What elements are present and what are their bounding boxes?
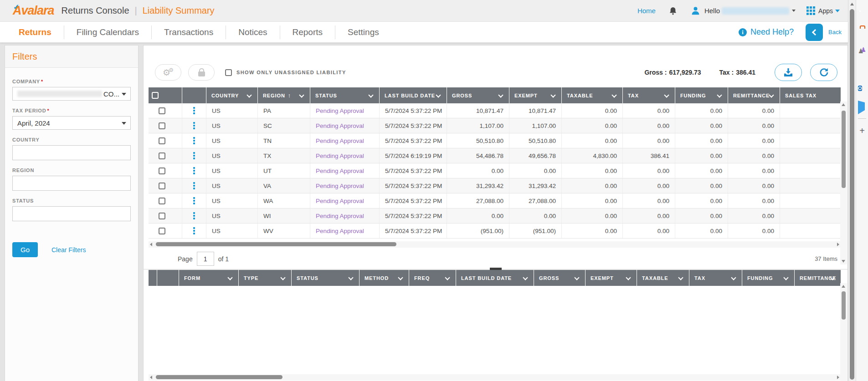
outlook-icon[interactable]: O bbox=[858, 84, 866, 92]
chevron-down-icon[interactable] bbox=[227, 275, 232, 280]
scroll-right-icon[interactable] bbox=[837, 376, 839, 379]
chevron-down-icon[interactable] bbox=[550, 92, 555, 97]
notifications-bell-icon[interactable] bbox=[669, 7, 677, 15]
row-checkbox[interactable] bbox=[159, 168, 165, 174]
need-help-link[interactable]: Need Help? bbox=[750, 27, 794, 37]
chevron-down-icon[interactable] bbox=[611, 92, 616, 97]
browser-scroll-thumb[interactable] bbox=[850, 9, 854, 380]
row-checkbox[interactable] bbox=[159, 228, 165, 234]
tab-reports[interactable]: Reports bbox=[280, 25, 335, 39]
kebab-menu-icon[interactable] bbox=[193, 197, 195, 204]
chevron-down-icon[interactable] bbox=[247, 92, 252, 97]
header-method[interactable]: METHOD bbox=[360, 270, 409, 286]
scroll-down-icon[interactable] bbox=[842, 260, 845, 263]
row-actions-cell[interactable] bbox=[182, 103, 206, 118]
apps-label[interactable]: Apps bbox=[818, 7, 833, 15]
people-icon[interactable]: ♟♟ bbox=[858, 46, 866, 55]
kebab-menu-icon[interactable] bbox=[193, 152, 195, 159]
chevron-down-icon[interactable] bbox=[678, 275, 683, 280]
chevron-down-icon[interactable] bbox=[498, 92, 503, 97]
tab-returns[interactable]: Returns bbox=[6, 25, 64, 39]
header-region[interactable]: REGION↑ bbox=[258, 87, 310, 103]
row-actions-cell[interactable] bbox=[182, 193, 206, 208]
status-input[interactable] bbox=[12, 206, 131, 221]
download-button[interactable] bbox=[775, 64, 802, 81]
header-exempt[interactable]: EXEMPT bbox=[586, 270, 637, 286]
apps-grid-icon[interactable] bbox=[806, 6, 815, 15]
scroll-up-icon[interactable] bbox=[850, 3, 854, 5]
chevron-down-icon[interactable] bbox=[299, 92, 304, 97]
chevron-down-icon[interactable] bbox=[783, 275, 788, 280]
chevron-down-icon[interactable] bbox=[523, 275, 528, 280]
tab-settings[interactable]: Settings bbox=[335, 25, 391, 39]
tab-transactions[interactable]: Transactions bbox=[151, 25, 226, 39]
chevron-down-icon[interactable] bbox=[280, 275, 285, 280]
header-gross[interactable]: GROSS bbox=[534, 270, 586, 286]
chevron-down-icon[interactable] bbox=[731, 275, 736, 280]
tab-filing-calendars[interactable]: Filing Calendars bbox=[64, 25, 151, 39]
row-select-cell[interactable] bbox=[149, 118, 182, 133]
avalara-logo[interactable]: Avalara ✓ bbox=[13, 4, 54, 18]
row-checkbox[interactable] bbox=[159, 107, 165, 114]
status-link[interactable]: Pending Approval bbox=[316, 152, 364, 159]
loop-icon[interactable] bbox=[858, 65, 866, 73]
browser-vscrollbar[interactable] bbox=[848, 0, 856, 381]
scroll-left-icon[interactable] bbox=[150, 243, 152, 246]
header-type[interactable]: TYPE bbox=[239, 270, 292, 286]
header-country[interactable]: COUNTRY bbox=[206, 87, 258, 103]
returns-hscrollbar[interactable] bbox=[149, 374, 841, 381]
header-status[interactable]: STATUS bbox=[310, 87, 380, 103]
kebab-menu-icon[interactable] bbox=[193, 122, 195, 129]
status-link[interactable]: Pending Approval bbox=[316, 107, 364, 114]
row-checkbox[interactable] bbox=[159, 183, 165, 189]
chevron-down-icon[interactable] bbox=[368, 92, 373, 97]
row-actions-cell[interactable] bbox=[182, 224, 206, 238]
vscroll-thumb[interactable] bbox=[842, 291, 846, 320]
header-taxable[interactable]: TAXABLE bbox=[637, 270, 689, 286]
header-remittance[interactable]: REMITTANCE bbox=[728, 87, 780, 103]
row-select-cell[interactable] bbox=[149, 224, 182, 238]
header-freq[interactable]: FREQ bbox=[409, 270, 456, 286]
chevron-down-icon[interactable] bbox=[574, 275, 579, 280]
settings-button[interactable]: ⚙ ⚙ bbox=[155, 64, 181, 81]
home-link[interactable]: Home bbox=[637, 7, 656, 15]
returns-vscrollbar[interactable] bbox=[840, 283, 847, 381]
row-actions-cell[interactable] bbox=[182, 178, 206, 193]
scroll-right-icon[interactable] bbox=[837, 243, 839, 246]
row-checkbox[interactable] bbox=[159, 122, 165, 129]
row-actions-cell[interactable] bbox=[182, 163, 206, 178]
apps-caret-icon[interactable] bbox=[835, 10, 840, 12]
kebab-menu-icon[interactable] bbox=[193, 182, 195, 189]
kebab-menu-icon[interactable] bbox=[193, 107, 195, 114]
send-icon[interactable] bbox=[858, 102, 866, 111]
add-icon[interactable]: + bbox=[858, 127, 866, 135]
row-actions-cell[interactable] bbox=[182, 133, 206, 148]
hscroll-thumb[interactable] bbox=[156, 375, 282, 379]
row-checkbox[interactable] bbox=[159, 152, 165, 159]
header-funding[interactable]: FUNDING bbox=[675, 87, 728, 103]
country-input[interactable] bbox=[12, 145, 131, 160]
header-taxable[interactable]: TAXABLE bbox=[562, 87, 623, 103]
header-remittance[interactable]: REMITTANCE bbox=[795, 270, 841, 286]
chevron-down-icon[interactable] bbox=[436, 92, 441, 97]
row-actions-cell[interactable] bbox=[182, 148, 206, 163]
select-all-checkbox[interactable] bbox=[152, 92, 159, 99]
header-sales-tax[interactable]: SALES TAX bbox=[780, 87, 841, 103]
header-gross[interactable]: GROSS bbox=[447, 87, 509, 103]
row-select-cell[interactable] bbox=[149, 163, 182, 178]
header-tax[interactable]: TAX bbox=[623, 87, 675, 103]
region-input[interactable] bbox=[12, 176, 131, 191]
status-link[interactable]: Pending Approval bbox=[316, 168, 364, 174]
kebab-menu-icon[interactable] bbox=[193, 212, 195, 219]
row-select-cell[interactable] bbox=[149, 148, 182, 163]
kebab-menu-icon[interactable] bbox=[193, 227, 195, 234]
tag-icon[interactable] bbox=[858, 9, 866, 17]
chevron-down-icon[interactable] bbox=[398, 275, 403, 280]
header-exempt[interactable]: EXEMPT bbox=[509, 87, 562, 103]
row-checkbox[interactable] bbox=[159, 137, 165, 144]
row-select-cell[interactable] bbox=[149, 193, 182, 208]
chevron-down-icon[interactable] bbox=[717, 92, 722, 97]
row-select-cell[interactable] bbox=[149, 208, 182, 223]
page-input[interactable] bbox=[197, 252, 214, 266]
row-actions-cell[interactable] bbox=[182, 118, 206, 133]
